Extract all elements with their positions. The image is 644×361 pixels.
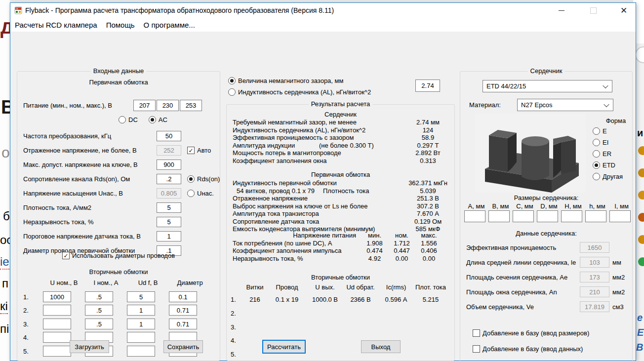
shape-title: Форма bbox=[599, 117, 633, 124]
sec5-udf-input[interactable] bbox=[127, 346, 155, 357]
sensor-threshold-input[interactable] bbox=[157, 231, 181, 241]
checkbox-box bbox=[473, 329, 480, 337]
size-hs-input[interactable] bbox=[585, 210, 606, 222]
supply-nom-input[interactable] bbox=[157, 100, 179, 111]
core-al-radio[interactable]: Индуктивность сердечника (AL), нГн/виток… bbox=[228, 88, 371, 96]
add-data-checkbox[interactable]: Добавление в базу (ввод данных) bbox=[473, 345, 583, 353]
menu-item-rcd-clamp[interactable]: Расчеты RCD клампера bbox=[10, 21, 102, 29]
sec2-u-input[interactable] bbox=[43, 305, 71, 316]
shape-radio-other[interactable]: Другая bbox=[593, 173, 623, 180]
add-sizes-checkbox[interactable]: Добавление в базу (ввод размеров) bbox=[473, 329, 589, 337]
size-d-label: D, мм bbox=[537, 202, 561, 210]
ac-radio[interactable]: AC bbox=[149, 116, 167, 123]
dc-radio-label: DC bbox=[128, 116, 138, 123]
size-a-input[interactable] bbox=[464, 210, 485, 222]
results-core-title: Сердечник bbox=[227, 111, 454, 118]
current-continuity-input[interactable] bbox=[157, 217, 181, 227]
sec1-udf-input[interactable] bbox=[127, 291, 155, 302]
value-max: 1.556 bbox=[415, 240, 443, 247]
sec4-u-input[interactable] bbox=[43, 332, 71, 343]
material-select[interactable]: N27 Epcos bbox=[517, 99, 613, 111]
value-min: 4.92 bbox=[361, 255, 388, 263]
gap-value-input[interactable] bbox=[415, 80, 440, 92]
field-row-frequency: Частота преобразования, кГц bbox=[23, 129, 215, 143]
menu-item-about[interactable]: О программе... bbox=[139, 21, 200, 29]
svg-text:H: H bbox=[16, 8, 18, 10]
size-a-label: A, мм bbox=[464, 202, 488, 210]
sec4-udf-input[interactable] bbox=[127, 332, 155, 343]
background-text-fragment: ос bbox=[0, 233, 10, 247]
field-label: Частота преобразования, кГц bbox=[23, 132, 157, 140]
save-button[interactable]: Сохранить bbox=[163, 340, 203, 353]
sec2-d-input[interactable] bbox=[169, 305, 197, 316]
sec2-i-input[interactable] bbox=[85, 305, 113, 316]
field-label: Макс. допуст. напряжение на ключе, В bbox=[23, 161, 157, 168]
shape-radio-ei[interactable]: EI bbox=[593, 139, 608, 146]
rds-on-radio-label: Rds(on) bbox=[197, 175, 220, 183]
result-value: 2.74 мм bbox=[404, 119, 451, 126]
radio-circle bbox=[119, 116, 126, 123]
size-d-input[interactable] bbox=[537, 210, 558, 222]
shape-label: Другая bbox=[603, 173, 623, 180]
background-text-fragment: е bbox=[637, 312, 643, 323]
unit-label: мм2 bbox=[609, 274, 629, 281]
results-secondary-header: Витки Провод U вых. Ud обрат. Ic(rms) Пл… bbox=[231, 283, 454, 291]
frequency-input[interactable] bbox=[157, 131, 181, 141]
core-data-row: Длина средней линии сердечника, le мм bbox=[466, 257, 629, 268]
supply-max-input[interactable] bbox=[180, 100, 202, 111]
core-select[interactable]: ETD 44/22/15 bbox=[483, 80, 612, 92]
rds-on-input[interactable] bbox=[157, 174, 181, 184]
udrev-value: 2366 В bbox=[342, 296, 379, 304]
exit-button[interactable]: Выход bbox=[361, 340, 401, 353]
calculate-button[interactable]: Рассчитать bbox=[262, 340, 306, 354]
gap-size-radio[interactable]: Величина немагнитного зазора, мм bbox=[228, 77, 343, 84]
shape-radio-etd[interactable]: ETD bbox=[593, 161, 615, 169]
size-b-input[interactable] bbox=[488, 210, 510, 222]
path-length-input bbox=[580, 257, 609, 268]
auto-checkbox[interactable]: Авто bbox=[187, 147, 211, 154]
sec3-d-input[interactable] bbox=[169, 319, 197, 329]
sec2-udf-input[interactable] bbox=[127, 305, 155, 316]
sec3-u-input[interactable] bbox=[43, 319, 71, 329]
sec3-udf-input[interactable] bbox=[127, 319, 155, 329]
result-value: 307.2 В bbox=[404, 202, 451, 210]
rds-on-radio[interactable]: Rds(on) bbox=[187, 175, 220, 183]
size-i-input[interactable] bbox=[609, 210, 631, 222]
sec3-i-input[interactable] bbox=[85, 319, 113, 329]
result-value: 58.9 bbox=[404, 134, 451, 142]
menu-item-help[interactable]: Помощь bbox=[102, 21, 139, 29]
sec1-u-input[interactable] bbox=[43, 291, 71, 302]
shape-radio-e[interactable]: E bbox=[593, 127, 607, 135]
current-density-input[interactable] bbox=[157, 202, 181, 213]
dc-radio[interactable]: DC bbox=[119, 116, 138, 123]
close-button[interactable]: ✕ bbox=[614, 3, 634, 18]
sec5-u-input[interactable] bbox=[43, 346, 71, 357]
load-button[interactable]: Загрузить bbox=[70, 340, 109, 353]
background-text-fragment: кі bbox=[0, 299, 8, 314]
unas-radio[interactable]: Uнас. bbox=[187, 190, 214, 197]
value-nom: 1.712 bbox=[388, 240, 415, 247]
max-switch-voltage-input[interactable] bbox=[157, 160, 181, 170]
col-diameter: Диаметр bbox=[169, 279, 211, 286]
radio-circle bbox=[228, 77, 236, 84]
result-row: Сопротивление датчика тока0.129 Ом bbox=[233, 218, 451, 226]
use-diameters-checkbox[interactable]: Использовать диаметры проводов bbox=[62, 252, 175, 259]
add-data-label: Добавление в базу (ввод данных) bbox=[483, 345, 583, 353]
field-label: Пороговое напряжение датчика тока, В bbox=[23, 233, 157, 240]
core-group-title: Сердечник bbox=[528, 67, 565, 75]
size-h-input[interactable] bbox=[561, 210, 582, 222]
core-volume-input bbox=[580, 301, 609, 312]
sec1-d-input[interactable] bbox=[169, 291, 197, 302]
size-c-input[interactable] bbox=[513, 210, 534, 222]
core-data-label: Длина средней линии сердечника, le bbox=[466, 259, 580, 266]
result-label: Требуемый немагнитный зазор, не менее bbox=[233, 119, 404, 126]
saturation-voltage-input bbox=[157, 188, 181, 199]
minimize-button[interactable] bbox=[552, 3, 571, 18]
minimize-icon bbox=[559, 10, 564, 11]
results-supply-table: Напряжение питания мин. ном. макс. Ток п… bbox=[233, 232, 451, 262]
col-turns: Витки bbox=[243, 283, 266, 291]
row-number: 2. bbox=[23, 307, 36, 314]
supply-min-input[interactable] bbox=[133, 100, 156, 111]
sec1-i-input[interactable] bbox=[85, 291, 113, 302]
shape-radio-er[interactable]: ER bbox=[593, 150, 611, 158]
